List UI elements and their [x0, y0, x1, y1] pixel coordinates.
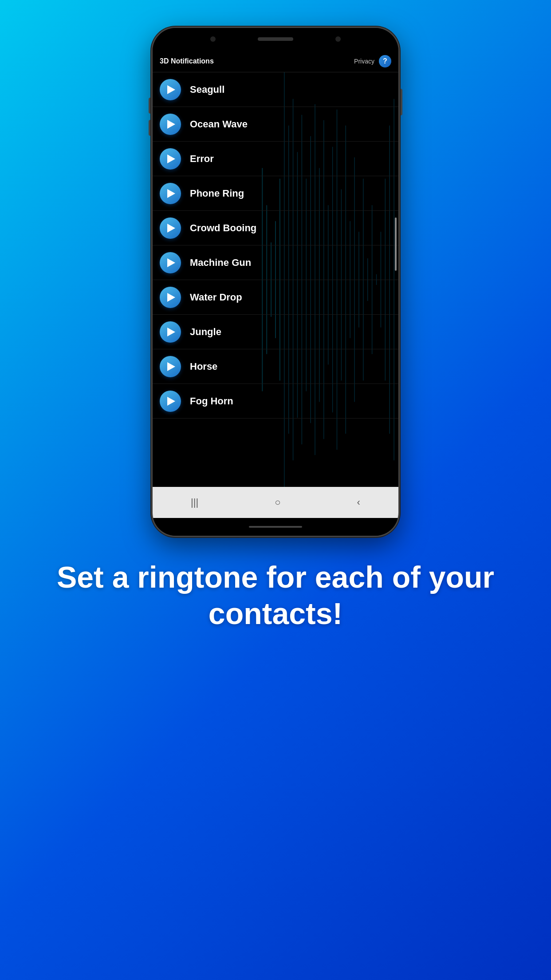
bottom-nav-bar: ||| ○ ‹ [153, 487, 398, 518]
header-right: Privacy ? [354, 55, 391, 67]
front-camera-right [335, 36, 341, 42]
list-item: Error [153, 142, 398, 176]
back-icon[interactable]: ‹ [357, 497, 360, 508]
play-button-water-drop[interactable] [160, 287, 181, 308]
list-item: Crowd Booing [153, 211, 398, 245]
list-item: Fog Horn [153, 384, 398, 419]
phone-frame: 3D Notifications Privacy ? [151, 27, 400, 537]
play-icon [167, 397, 175, 406]
sound-name-label: Jungle [190, 326, 221, 338]
sound-name-label: Machine Gun [190, 257, 251, 269]
play-button-seagull[interactable] [160, 79, 181, 100]
privacy-link[interactable]: Privacy [354, 58, 374, 65]
sound-name-label: Water Drop [190, 292, 242, 303]
earpiece-speaker [258, 37, 293, 41]
play-icon [167, 120, 175, 129]
sound-items-container: SeagullOcean WaveErrorPhone RingCrowd Bo… [153, 72, 398, 419]
play-button-crowd-booing[interactable] [160, 217, 181, 239]
help-button[interactable]: ? [379, 55, 391, 67]
sound-name-label: Crowd Booing [190, 222, 256, 234]
play-icon [167, 293, 175, 302]
sound-list: SeagullOcean WaveErrorPhone RingCrowd Bo… [153, 72, 398, 487]
play-button-jungle[interactable] [160, 321, 181, 343]
sound-name-label: Ocean Wave [190, 119, 248, 130]
play-icon [167, 154, 175, 163]
phone-notch [153, 28, 398, 50]
phone-chin [153, 518, 398, 536]
front-camera-left [210, 36, 216, 42]
play-icon [167, 258, 175, 267]
list-item: Seagull [153, 72, 398, 107]
sound-name-label: Horse [190, 361, 217, 372]
sound-name-label: Phone Ring [190, 188, 244, 199]
play-button-machine-gun[interactable] [160, 252, 181, 273]
phone-screen: 3D Notifications Privacy ? [153, 50, 398, 487]
play-button-phone-ring[interactable] [160, 183, 181, 204]
power-button [400, 89, 402, 115]
app-title: 3D Notifications [160, 57, 214, 65]
play-icon [167, 328, 175, 336]
play-icon [167, 224, 175, 233]
play-button-horse[interactable] [160, 356, 181, 377]
play-icon [167, 362, 175, 371]
list-item: Water Drop [153, 280, 398, 315]
chin-bar [249, 526, 302, 528]
list-item: Ocean Wave [153, 107, 398, 142]
list-item: Phone Ring [153, 176, 398, 211]
list-item: Jungle [153, 315, 398, 349]
scroll-indicator [395, 217, 397, 271]
notification-indicator [398, 117, 400, 139]
play-button-error[interactable] [160, 148, 181, 170]
app-header: 3D Notifications Privacy ? [153, 50, 398, 72]
play-icon [167, 85, 175, 94]
sound-name-label: Fog Horn [190, 395, 233, 407]
sound-name-label: Error [190, 153, 214, 165]
list-item: Machine Gun [153, 245, 398, 280]
list-item: Horse [153, 349, 398, 384]
tagline-section: Set a ringtone for each of your contacts… [0, 559, 551, 632]
tagline-text: Set a ringtone for each of your contacts… [35, 559, 516, 632]
home-icon[interactable]: ○ [275, 497, 280, 508]
phone-mockup: 3D Notifications Privacy ? [151, 27, 400, 537]
recent-apps-icon[interactable]: ||| [191, 497, 198, 508]
play-button-ocean-wave[interactable] [160, 114, 181, 135]
play-button-fog-horn[interactable] [160, 391, 181, 412]
sound-name-label: Seagull [190, 84, 224, 95]
play-icon [167, 189, 175, 198]
